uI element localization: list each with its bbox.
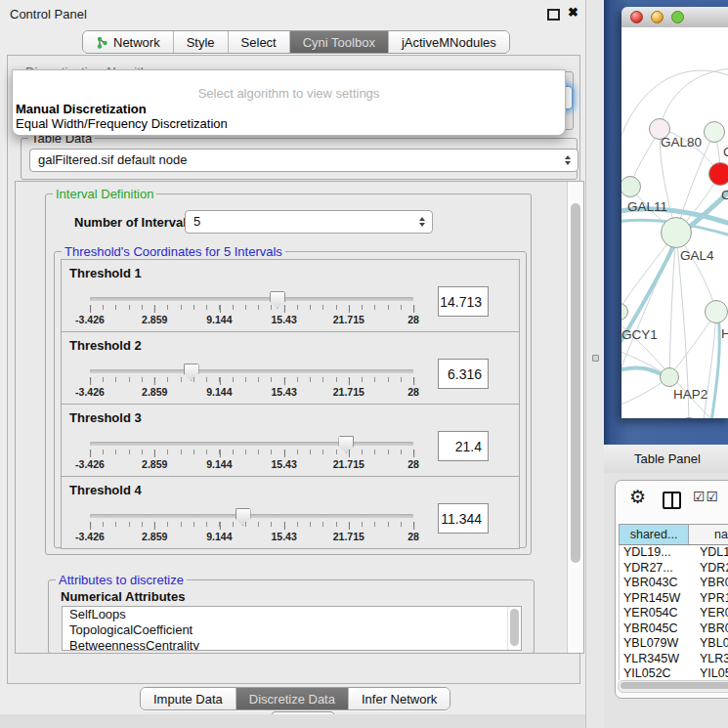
cell-name: YIL05 [694, 666, 728, 680]
cell-shared-name: YDR27... [620, 561, 694, 577]
cell-shared-name: YPR145W [620, 591, 694, 607]
cell-name: YBL07 [694, 636, 728, 652]
network-node[interactable] [708, 162, 728, 186]
threshold-slider-track[interactable] [90, 369, 413, 373]
network-node[interactable] [661, 217, 692, 248]
close-icon[interactable]: ✖ [568, 5, 578, 20]
cell-shared-name: YLR345W [620, 652, 694, 667]
panel-divider[interactable] [585, 0, 606, 728]
threshold-value-field[interactable]: 14.713 [438, 286, 489, 317]
threshold-value-field[interactable]: 6.316 [438, 359, 489, 389]
threshold-label: Threshold 4 [69, 483, 142, 497]
float-window-icon[interactable] [547, 9, 560, 21]
tab-select[interactable]: Select [228, 31, 289, 53]
numerical-attributes-list: SelfLoops TopologicalCoefficient Between… [62, 606, 522, 651]
column-header-shared-name[interactable]: shared... [620, 525, 689, 544]
table-row[interactable]: YBR045C YBR04 [620, 621, 728, 637]
table-row[interactable]: YIL052C YIL05 [620, 666, 728, 680]
checkbox-icons[interactable]: ☑☑ [693, 489, 719, 504]
network-node[interactable] [660, 367, 679, 387]
attributes-group-title: Attributes to discretize [56, 573, 187, 587]
cell-shared-name: YBR045C [620, 621, 694, 637]
algorithm-dropdown-popup: Select algorithm to view settings Manual… [12, 69, 566, 136]
table-data-group: Table Data galFiltered.sif default node [21, 138, 578, 180]
top-tab-bar: Network Style Select Cyni Toolbox jActiv… [82, 30, 510, 54]
window-title: Control Panel [10, 7, 87, 21]
table-row[interactable]: YBR043C YBR04 [620, 576, 728, 591]
threshold-slider-track[interactable] [90, 514, 413, 518]
numerical-attributes-label: Numerical Attributes [61, 589, 185, 604]
slider-scale-label: 15.43 [271, 458, 296, 470]
threshold-slider-track[interactable] [90, 442, 413, 446]
slider-scale-label: 21.715 [333, 531, 364, 542]
network-node-label: C [721, 188, 728, 202]
table-panel: ⚙ ☑☑ shared... na YDL19... YDL19 [615, 480, 728, 699]
tab-impute-data[interactable]: Impute Data [141, 688, 236, 709]
zoom-traffic-light-icon[interactable] [671, 11, 684, 23]
table-row[interactable]: YPR145W YPR14 [620, 591, 728, 607]
table-hscrollbar-thumb[interactable] [621, 682, 728, 689]
slider-scale: -3.426 2.859 9.144 15.43 21. [90, 377, 413, 399]
column-header-name[interactable]: na [689, 525, 728, 544]
tab-network[interactable]: Network [83, 31, 173, 53]
cell-name: YBR04 [694, 621, 728, 637]
slider-scale-label: -3.426 [75, 314, 105, 325]
table-data-combobox[interactable]: galFiltered.sif default node [29, 149, 578, 172]
attribute-list-item[interactable]: TopologicalCoefficient [63, 622, 521, 638]
table-row[interactable]: YER054C YER05 [620, 606, 728, 621]
threshold-value-field[interactable]: 21.4 [438, 431, 489, 461]
network-node[interactable] [705, 300, 728, 323]
slider-scale-label: 28 [407, 458, 419, 470]
network-node[interactable] [704, 121, 725, 143]
slider-scale-label: 2.859 [142, 531, 167, 542]
slider-scale-label: -3.426 [75, 531, 105, 542]
tab-style-label: Style [187, 35, 215, 50]
column-selector-icon[interactable] [663, 492, 681, 509]
slider-scale-label: 9.144 [206, 531, 232, 542]
network-node-label: GA [723, 145, 728, 159]
tab-jactivemnodules-label: jActiveMNodules [402, 35, 496, 50]
slider-scale-label: 21.715 [333, 386, 364, 398]
number-of-intervals-combobox[interactable]: 5 [185, 210, 433, 234]
threshold-label: Threshold 1 [69, 266, 142, 280]
network-canvas[interactable]: GAL80 GA C [621, 27, 728, 418]
tab-jactivemnodules[interactable]: jActiveMNodules [388, 31, 509, 53]
network-node-label: GAL11 [627, 199, 667, 214]
minimize-traffic-light-icon[interactable] [651, 11, 664, 23]
attribute-list-item[interactable]: SelfLoops [63, 607, 521, 622]
close-traffic-light-icon[interactable] [630, 11, 643, 23]
slider-scale-label: 15.43 [271, 531, 296, 542]
attributes-list-scrollbar[interactable] [507, 607, 521, 650]
cytoscape-desktop: GAL80 GA C [604, 0, 728, 445]
table-row[interactable]: YDR27... YDR27 [620, 561, 728, 577]
tab-style[interactable]: Style [173, 31, 228, 53]
slider-scale-label: 2.859 [142, 314, 167, 325]
threshold-value-field[interactable]: 11.344 [438, 503, 489, 534]
table-row[interactable]: YBL079W YBL07 [620, 636, 728, 652]
threshold-panel: Threshold 2 -3.426 [61, 331, 520, 405]
network-window-titlebar[interactable] [621, 7, 728, 28]
cell-name: YPR14 [694, 591, 728, 607]
gear-icon[interactable]: ⚙ [629, 486, 646, 508]
tab-network-label: Network [113, 35, 160, 50]
tab-cyni-toolbox-label: Cyni Toolbox [303, 35, 375, 50]
network-node-label: GCY1 [621, 327, 658, 342]
popup-item-manual-discretization[interactable]: Manual Discretization [16, 102, 147, 116]
settings-scrollbar-thumb[interactable] [571, 203, 580, 563]
popup-item-equal-width-frequency[interactable]: Equal Width/Frequency Discretization [16, 116, 228, 131]
table-row[interactable]: YDL19... YDL19 [620, 545, 728, 561]
threshold-label: Threshold 3 [69, 410, 142, 425]
threshold-panel: Threshold 4 -3.426 [61, 476, 520, 549]
threshold-slider-track[interactable] [90, 297, 413, 301]
table-row[interactable]: YLR345W YLR34 [620, 652, 728, 667]
cell-shared-name: YBR043C [620, 576, 694, 591]
tab-discretize-data[interactable]: Discretize Data [236, 688, 348, 709]
attribute-list-item[interactable]: BetweennessCentrality [63, 638, 521, 651]
table-header-row: shared... na [619, 524, 728, 545]
tab-cyni-toolbox[interactable]: Cyni Toolbox [289, 31, 388, 53]
tab-infer-network[interactable]: Infer Network [348, 688, 450, 709]
divider-grip[interactable] [592, 355, 599, 362]
thresholds-group: Threshold's Coordinates for 5 Intervals … [54, 251, 527, 548]
slider-scale-label: 9.144 [206, 458, 232, 470]
cell-name: YLR34 [694, 652, 728, 667]
